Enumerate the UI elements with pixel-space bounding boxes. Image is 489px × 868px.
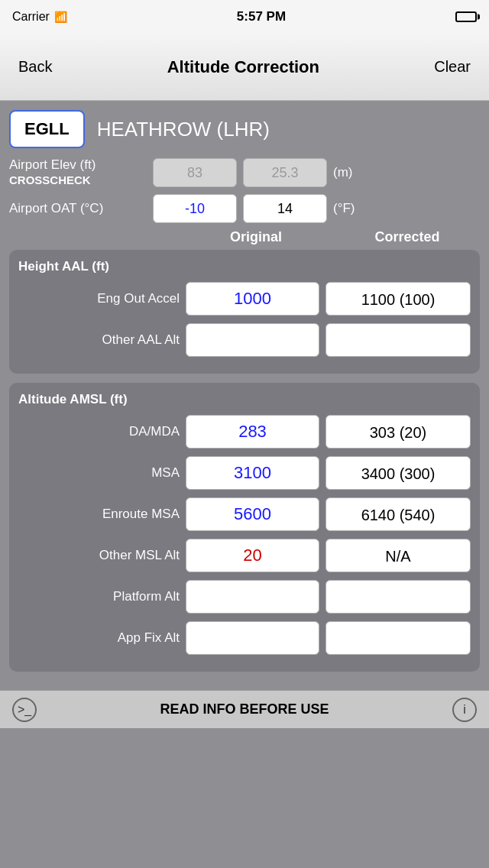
height-panel-title: Height AAL (ft)	[18, 259, 471, 274]
airport-code-button[interactable]: EGLL	[9, 110, 85, 148]
elev-m-unit: (m)	[333, 165, 352, 180]
height-row-1: Other AAL Alt	[18, 323, 471, 357]
height-row-0-original[interactable]	[186, 282, 319, 316]
alt-row-3-original[interactable]	[186, 539, 319, 572]
airport-elev-row: Airport Elev (ft) CROSSCHECK (m)	[9, 157, 480, 188]
alt-row-4-original[interactable]	[186, 580, 319, 614]
altitude-amsl-panel: Altitude AMSL (ft) DA/MDA 303 (20) MSA 3…	[9, 383, 480, 672]
oat-f-input[interactable]	[243, 194, 327, 223]
status-time: 5:57 PM	[237, 9, 286, 24]
alt-row-1-label: MSA	[18, 465, 180, 481]
alt-row-1-original[interactable]	[186, 456, 319, 490]
alt-row-3-corrected: N/A	[325, 539, 471, 572]
elev-ft-input[interactable]	[153, 158, 237, 187]
alt-row-2: Enroute MSA 6140 (540)	[18, 497, 471, 531]
wifi-icon: 📶	[54, 11, 67, 23]
airport-name: HEATHROW (LHR)	[97, 118, 270, 141]
height-row-1-corrected	[325, 323, 471, 357]
airport-row: EGLL HEATHROW (LHR)	[9, 110, 480, 148]
alt-row-5: App Fix Alt	[18, 621, 471, 655]
oat-c-input[interactable]	[153, 194, 237, 223]
table-header: Original Corrected	[9, 229, 480, 245]
height-row-0-label: Eng Out Accel	[18, 291, 180, 306]
alt-row-3-label: Other MSL Alt	[18, 548, 180, 563]
altitude-panel-title: Altitude AMSL (ft)	[18, 392, 471, 407]
alt-row-4: Platform Alt	[18, 580, 471, 614]
alt-row-2-label: Enroute MSA	[18, 507, 180, 522]
alt-row-5-corrected	[325, 621, 471, 655]
original-header: Original	[183, 229, 329, 245]
alt-row-4-label: Platform Alt	[18, 589, 180, 604]
status-right	[455, 11, 477, 22]
terminal-icon[interactable]: >_	[12, 698, 37, 722]
main-content: EGLL HEATHROW (LHR) Airport Elev (ft) CR…	[0, 101, 489, 690]
back-button[interactable]: Back	[12, 52, 58, 82]
status-bar: Carrier 📶 5:57 PM	[0, 0, 489, 34]
carrier-label: Carrier	[12, 10, 50, 24]
corrected-header: Corrected	[335, 229, 480, 245]
bottom-info-text: READ INFO BEFORE USE	[37, 701, 452, 717]
alt-row-1-corrected: 3400 (300)	[325, 456, 471, 490]
alt-row-5-label: App Fix Alt	[18, 630, 180, 646]
elev-label: Airport Elev (ft) CROSSCHECK	[9, 157, 147, 188]
height-row-0-corrected: 1100 (100)	[325, 282, 471, 316]
height-row-1-original[interactable]	[186, 323, 319, 357]
alt-row-0: DA/MDA 303 (20)	[18, 415, 471, 449]
oat-label: Airport OAT (°C)	[9, 201, 147, 216]
clear-button[interactable]: Clear	[428, 52, 477, 82]
height-aal-panel: Height AAL (ft) Eng Out Accel 1100 (100)…	[9, 250, 480, 374]
alt-row-0-original[interactable]	[186, 415, 319, 449]
alt-row-4-corrected	[325, 580, 471, 614]
alt-row-1: MSA 3400 (300)	[18, 456, 471, 490]
info-icon[interactable]: i	[452, 698, 477, 722]
alt-row-5-original[interactable]	[186, 621, 319, 655]
alt-row-0-label: DA/MDA	[18, 424, 180, 439]
alt-row-0-corrected: 303 (20)	[325, 415, 471, 449]
alt-row-3: Other MSL Alt N/A	[18, 539, 471, 572]
battery-icon	[455, 11, 477, 22]
page-title: Altitude Correction	[167, 57, 319, 77]
oat-f-unit: (°F)	[333, 201, 355, 216]
height-row-1-label: Other AAL Alt	[18, 332, 180, 348]
elev-m-input[interactable]	[243, 158, 327, 187]
alt-row-2-corrected: 6140 (540)	[325, 497, 471, 531]
airport-oat-row: Airport OAT (°C) (°F)	[9, 194, 480, 223]
status-left: Carrier 📶	[12, 10, 67, 24]
height-row-0: Eng Out Accel 1100 (100)	[18, 282, 471, 316]
crosscheck-label: CROSSCHECK	[9, 173, 91, 186]
bottom-bar: >_ READ INFO BEFORE USE i	[0, 690, 489, 728]
nav-bar: Back Altitude Correction Clear	[0, 34, 489, 101]
alt-row-2-original[interactable]	[186, 497, 319, 531]
